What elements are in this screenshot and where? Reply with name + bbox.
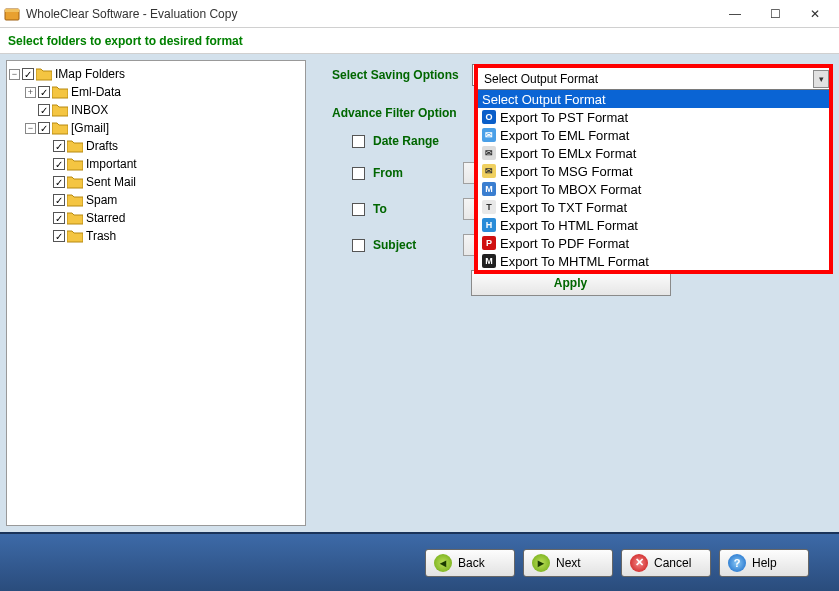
format-icon: ✉	[482, 146, 496, 160]
dropdown-option[interactable]: TExport To TXT Format	[478, 198, 829, 216]
tree-label: Spam	[86, 193, 117, 207]
dropdown-option[interactable]: MExport To MBOX Format	[478, 180, 829, 198]
tree-root[interactable]: − IMap Folders	[9, 65, 303, 83]
checkbox[interactable]	[53, 194, 65, 206]
format-icon: ✉	[482, 128, 496, 142]
saving-options-label: Select Saving Options	[332, 68, 472, 82]
folder-icon	[52, 121, 68, 135]
svg-rect-1	[5, 9, 19, 12]
output-format-dropdown-list[interactable]: Select Output FormatOExport To PST Forma…	[478, 90, 829, 270]
tree-label: [Gmail]	[71, 121, 109, 135]
format-icon: M	[482, 182, 496, 196]
maximize-button[interactable]: ☐	[755, 0, 795, 28]
checkbox[interactable]	[53, 140, 65, 152]
subject-checkbox[interactable]	[352, 239, 365, 252]
tree-item-trash[interactable]: Trash	[9, 227, 303, 245]
format-icon: O	[482, 110, 496, 124]
close-button[interactable]: ✕	[795, 0, 835, 28]
tree-item-emldata[interactable]: + Eml-Data	[9, 83, 303, 101]
format-icon: M	[482, 254, 496, 268]
to-checkbox[interactable]	[352, 203, 365, 216]
window-title: WholeClear Software - Evaluation Copy	[26, 7, 715, 21]
tree-label: Important	[86, 157, 137, 171]
tree-label: Eml-Data	[71, 85, 121, 99]
checkbox[interactable]	[53, 158, 65, 170]
collapse-icon[interactable]: −	[25, 123, 36, 134]
dropdown-option-label: Export To MSG Format	[500, 164, 633, 179]
output-format-dropdown-highlight: Select Output Format ▾ Select Output For…	[474, 64, 833, 274]
cancel-button[interactable]: ✕ Cancel	[621, 549, 711, 577]
folder-icon	[67, 211, 83, 225]
to-label: To	[373, 202, 463, 216]
checkbox[interactable]	[38, 86, 50, 98]
dropdown-option[interactable]: ✉Export To EMLx Format	[478, 144, 829, 162]
dropdown-option-label: Export To PST Format	[500, 110, 628, 125]
dropdown-option-label: Export To MHTML Format	[500, 254, 649, 269]
dropdown-option[interactable]: HExport To HTML Format	[478, 216, 829, 234]
tree-label: Trash	[86, 229, 116, 243]
dropdown-option[interactable]: Select Output Format	[478, 90, 829, 108]
folder-icon	[67, 139, 83, 153]
dropdown-option[interactable]: PExport To PDF Format	[478, 234, 829, 252]
cancel-icon: ✕	[630, 554, 648, 572]
checkbox[interactable]	[38, 104, 50, 116]
folder-icon	[67, 229, 83, 243]
tree-item-starred[interactable]: Starred	[9, 209, 303, 227]
back-icon: ◄	[434, 554, 452, 572]
next-icon: ►	[532, 554, 550, 572]
tree-item-spam[interactable]: Spam	[9, 191, 303, 209]
dropdown-option[interactable]: OExport To PST Format	[478, 108, 829, 126]
chevron-down-icon: ▾	[813, 70, 829, 88]
checkbox[interactable]	[53, 212, 65, 224]
help-label: Help	[752, 556, 777, 570]
checkbox[interactable]	[38, 122, 50, 134]
from-label: From	[373, 166, 463, 180]
checkbox[interactable]	[53, 230, 65, 242]
dropdown-option[interactable]: MExport To MHTML Format	[478, 252, 829, 270]
tree-label: Starred	[86, 211, 125, 225]
format-icon: ✉	[482, 164, 496, 178]
app-icon	[4, 6, 20, 22]
tree-item-important[interactable]: Important	[9, 155, 303, 173]
tree-item-inbox[interactable]: INBOX	[9, 101, 303, 119]
output-format-select-open[interactable]: Select Output Format ▾	[478, 68, 829, 90]
help-icon: ?	[728, 554, 746, 572]
dropdown-option[interactable]: ✉Export To EML Format	[478, 126, 829, 144]
close-icon: ✕	[810, 7, 820, 21]
expand-icon[interactable]: +	[25, 87, 36, 98]
dropdown-option-label: Export To TXT Format	[500, 200, 627, 215]
back-label: Back	[458, 556, 485, 570]
tree-item-drafts[interactable]: Drafts	[9, 137, 303, 155]
tree-item-sentmail[interactable]: Sent Mail	[9, 173, 303, 191]
back-button[interactable]: ◄ Back	[425, 549, 515, 577]
tree-label: INBOX	[71, 103, 108, 117]
folder-icon	[52, 85, 68, 99]
select-value: Select Output Format	[484, 72, 598, 86]
maximize-icon: ☐	[770, 7, 781, 21]
dropdown-option[interactable]: ✉Export To MSG Format	[478, 162, 829, 180]
collapse-icon[interactable]: −	[9, 69, 20, 80]
from-checkbox[interactable]	[352, 167, 365, 180]
folder-icon	[67, 157, 83, 171]
format-icon: T	[482, 200, 496, 214]
dropdown-option-label: Export To EML Format	[500, 128, 629, 143]
folder-tree[interactable]: − IMap Folders + Eml-Data INBOX − [Gmail…	[6, 60, 306, 526]
tree-label: Drafts	[86, 139, 118, 153]
help-button[interactable]: ? Help	[719, 549, 809, 577]
dropdown-option-label: Export To MBOX Format	[500, 182, 641, 197]
date-range-checkbox[interactable]	[352, 135, 365, 148]
minimize-button[interactable]: —	[715, 0, 755, 28]
checkbox[interactable]	[22, 68, 34, 80]
folder-icon	[36, 67, 52, 81]
subject-label: Subject	[373, 238, 463, 252]
tree-label: Sent Mail	[86, 175, 136, 189]
folder-icon	[67, 175, 83, 189]
footer: ◄ Back ► Next ✕ Cancel ? Help	[0, 532, 839, 591]
folder-icon	[67, 193, 83, 207]
format-icon: P	[482, 236, 496, 250]
next-button[interactable]: ► Next	[523, 549, 613, 577]
titlebar: WholeClear Software - Evaluation Copy — …	[0, 0, 839, 28]
checkbox[interactable]	[53, 176, 65, 188]
next-label: Next	[556, 556, 581, 570]
tree-item-gmail[interactable]: − [Gmail]	[9, 119, 303, 137]
